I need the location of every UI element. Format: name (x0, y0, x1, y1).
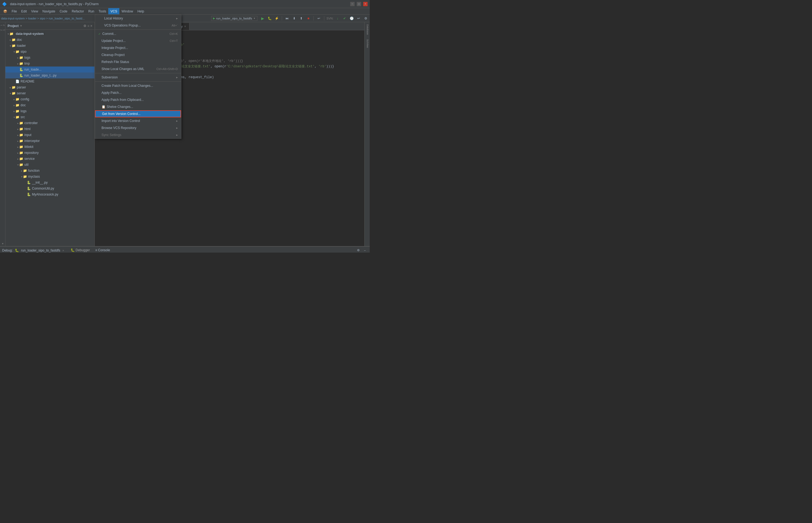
menu-tools[interactable]: Tools (96, 8, 108, 14)
tree-item-label: __init__.py (32, 181, 48, 184)
menu-help[interactable]: Help (135, 8, 146, 14)
tree-item-readme[interactable]: ▸ 📄 README (5, 78, 94, 84)
vcs-menu-sync-settings[interactable]: Sync Settings ▸ (95, 131, 181, 139)
vcs-menu-shelve-changes[interactable]: 📋 Shelve Changes... (95, 103, 181, 110)
tree-item-function[interactable]: ▸ 📁 function (5, 168, 94, 174)
menu-vcs[interactable]: VCS (108, 8, 119, 14)
menu-run[interactable]: Run (86, 8, 96, 14)
tree-item-loader[interactable]: ▾ 📁 loader (5, 43, 94, 49)
vcs-menu-operations-popup[interactable]: VCS Operations Popup... Alt+` (95, 22, 181, 29)
minimize-button[interactable]: − (350, 2, 355, 6)
tree-item-html[interactable]: ▸ 📁 html (5, 126, 94, 132)
right-tab-sciview[interactable]: SciView (365, 37, 370, 50)
menu-window[interactable]: Window (119, 8, 135, 14)
tree-item-myclass[interactable]: ▾ 📁 myclass (5, 174, 94, 180)
tree-item-util[interactable]: ▾ 📁 util (5, 162, 94, 168)
tree-item-src[interactable]: ▾ 📁 src (5, 114, 94, 120)
step-out-button[interactable]: ⬆ (298, 15, 304, 21)
tree-item-logs[interactable]: ▸ 📁 logs (5, 55, 94, 60)
undo-button[interactable]: ↩ (316, 15, 322, 21)
folder-icon: 📁 (15, 103, 19, 107)
menu-app-icon[interactable]: 📦 (1, 8, 10, 14)
tree-item-interceptor[interactable]: ▸ 📁 interceptor (5, 138, 94, 144)
vcs-menu-commit[interactable]: Commit... Ctrl+K (95, 30, 181, 37)
tree-item-label: input (24, 133, 31, 137)
coverage-button[interactable]: ⚡ (274, 15, 280, 21)
console-tab[interactable]: ≡ Console (93, 248, 112, 253)
run-config-selector[interactable]: ▶ run_loader_sipo_to_fastdfs ▼ (211, 16, 258, 21)
project-expand-icon[interactable]: ≡ (87, 24, 89, 28)
vcs-menu-refresh-file-status[interactable]: Refresh File Status (95, 58, 181, 66)
menu-edit[interactable]: Edit (19, 8, 29, 14)
tree-item-config[interactable]: ▸ 📁 config (5, 96, 94, 102)
tree-item-parser[interactable]: ▸ 📁 parser (5, 84, 94, 90)
vcs-menu-integrate-project[interactable]: Integrate Project... (95, 44, 181, 51)
tree-item-commonutil[interactable]: ▸ 🐍 CommonUtil.py (5, 185, 94, 192)
tree-item-run-loader-py[interactable]: ▸ 🐍 run_loader_sipo_t...py (5, 72, 94, 78)
vcs-menu-local-history[interactable]: Local History ▸ (95, 15, 181, 22)
svn-commit-button[interactable]: ✔ (342, 15, 347, 21)
folder-icon: 📁 (15, 97, 19, 101)
tree-item-init[interactable]: ▸ 🐍 __init__.py (5, 180, 94, 185)
svn-update-button[interactable]: ↓ (334, 15, 341, 21)
close-button[interactable]: × (363, 2, 367, 6)
run-button[interactable]: ▶ (260, 15, 265, 21)
maximize-button[interactable]: □ (357, 2, 361, 6)
project-close-icon[interactable]: × (90, 24, 92, 28)
tree-item-label: function (28, 169, 39, 173)
settings-button[interactable]: ⚙ (363, 15, 369, 21)
py-icon: 🐍 (27, 181, 31, 184)
tree-item-server[interactable]: ▾ 📁 server (5, 90, 94, 96)
tree-item-doc[interactable]: ▸ 📁 doc (5, 37, 94, 43)
vcs-menu-get-from-vcs[interactable]: Get from Version Control... (95, 110, 181, 118)
vcs-menu-cleanup-project[interactable]: Cleanup Project (95, 51, 181, 58)
debugger-tab[interactable]: 🐛 Debugger (68, 248, 92, 253)
tree-item-service[interactable]: ▸ 📁 service (5, 156, 94, 162)
tree-item-sipo[interactable]: ▾ 📁 sipo (5, 49, 94, 55)
menu-file[interactable]: File (10, 8, 19, 14)
debug-tab-close[interactable]: × (62, 249, 64, 252)
vcs-menu-apply-patch[interactable]: Apply Patch... (95, 89, 181, 96)
arrow-icon: ▸ (17, 157, 19, 160)
tree-item-littlekit[interactable]: ▸ 📁 littlekit (5, 144, 94, 150)
menu-navigate[interactable]: Navigate (40, 8, 57, 14)
svn-history-button[interactable]: 🕐 (349, 15, 355, 21)
step-over-button[interactable]: ⏭ (284, 15, 290, 21)
left-vertical-tabs: 1P ZS ★ (0, 22, 5, 246)
stop-button[interactable]: ■ (305, 15, 311, 21)
svn-revert-button[interactable]: ↩ (356, 15, 362, 21)
debug-settings-btn[interactable]: ⚙ (356, 248, 361, 253)
vcs-menu-show-local-changes[interactable]: Show Local Changes as UML Ctrl+Alt+Shift… (95, 66, 181, 72)
tree-item-logs2[interactable]: ▸ 📁 logs (5, 108, 94, 114)
tree-item-input[interactable]: ▸ 📁 input (5, 132, 94, 138)
tree-item-controller[interactable]: ▸ 📁 controller (5, 120, 94, 126)
vcs-menu-update-project[interactable]: Update Project... Ctrl+T (95, 37, 181, 44)
vcs-menu-subversion[interactable]: Subversion ▸ (95, 74, 181, 81)
debug-button[interactable]: 🐛 (266, 15, 273, 21)
step-into-button[interactable]: ⬇ (291, 15, 297, 21)
debug-minimize-btn[interactable]: − (362, 248, 367, 253)
vcs-menu-create-patch[interactable]: Create Patch from Local Changes... (95, 82, 181, 89)
tree-item-repository[interactable]: ▸ 📁 repository (5, 150, 94, 156)
tree-item-myahocorasick[interactable]: ▸ 🐍 MyAhocorasick.py (5, 192, 94, 197)
tree-item-doc2[interactable]: ▸ 📁 doc (5, 102, 94, 108)
tree-item-label: sipo (21, 50, 27, 54)
menu-view[interactable]: View (29, 8, 40, 14)
project-panel: Project ▼ ⚙ ≡ × ▾ 📁 data-input-system ▸ … (5, 22, 95, 246)
tab-close-button[interactable]: × (184, 25, 186, 28)
right-tab-database[interactable]: Database (365, 22, 370, 37)
folder-icon: 📁 (19, 133, 23, 137)
tree-item-tmp[interactable]: ▸ 📁 tmp (5, 60, 94, 67)
titlebar-controls[interactable]: − □ × (350, 2, 367, 6)
tree-item-root[interactable]: ▾ 📁 data-input-system (5, 31, 94, 37)
vcs-menu-import-vcs[interactable]: Import into Version Control ▸ (95, 118, 181, 124)
vcs-menu-apply-patch-clipboard[interactable]: Apply Patch from Clipboard... (95, 96, 181, 103)
project-settings-icon[interactable]: ⚙ (83, 24, 86, 28)
left-tab-1[interactable]: 1P (0, 23, 6, 27)
menu-code[interactable]: Code (57, 8, 70, 14)
left-tab-fav[interactable]: ★ (1, 241, 5, 246)
left-tab-2[interactable]: ZS (0, 28, 6, 32)
vcs-menu-browse-vcs[interactable]: Browse VCS Repository ▸ (95, 124, 181, 131)
tree-item-run-loader-selected[interactable]: ▸ 🐍 run_loade... (5, 67, 94, 72)
menu-refactor[interactable]: Refactor (70, 8, 86, 14)
